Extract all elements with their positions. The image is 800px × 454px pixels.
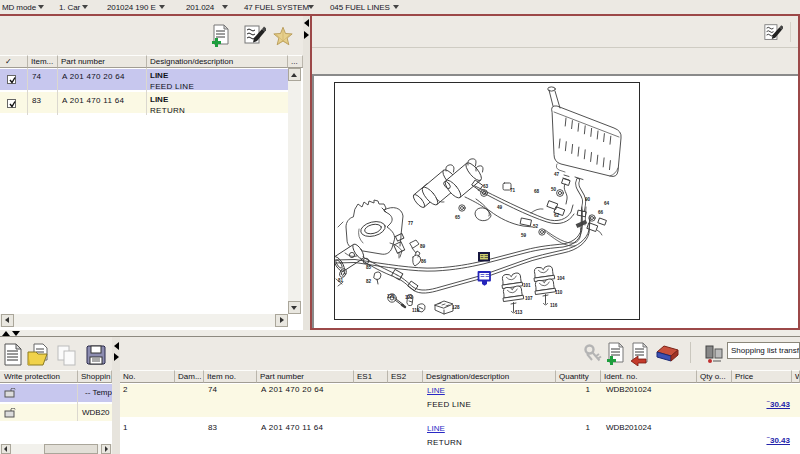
svg-text:101: 101 bbox=[523, 283, 531, 288]
svg-text:125: 125 bbox=[387, 294, 395, 299]
svg-text:113: 113 bbox=[515, 310, 523, 315]
svg-text:82: 82 bbox=[366, 279, 372, 284]
svg-text:119: 119 bbox=[412, 308, 420, 313]
svg-text:110: 110 bbox=[555, 290, 563, 295]
svg-text:81: 81 bbox=[338, 278, 344, 283]
svg-text:65: 65 bbox=[455, 215, 461, 220]
svg-text:49: 49 bbox=[497, 205, 503, 210]
svg-text:85: 85 bbox=[366, 265, 372, 270]
svg-text:77: 77 bbox=[408, 221, 414, 226]
svg-text:50: 50 bbox=[551, 187, 557, 192]
svg-text:89: 89 bbox=[420, 244, 426, 249]
svg-text:90: 90 bbox=[585, 197, 591, 202]
svg-text:86: 86 bbox=[421, 259, 427, 264]
svg-text:64: 64 bbox=[604, 201, 610, 206]
svg-text:128: 128 bbox=[452, 305, 460, 310]
svg-text:52: 52 bbox=[533, 224, 539, 229]
svg-text:116: 116 bbox=[550, 303, 558, 308]
svg-text:107: 107 bbox=[525, 296, 533, 301]
svg-text:59: 59 bbox=[521, 233, 527, 238]
svg-text:123: 123 bbox=[405, 295, 413, 300]
svg-text:68: 68 bbox=[534, 189, 540, 194]
svg-text:47: 47 bbox=[554, 172, 560, 177]
svg-text:62: 62 bbox=[554, 213, 560, 218]
svg-text:104: 104 bbox=[557, 276, 565, 281]
svg-text:63: 63 bbox=[483, 184, 489, 189]
svg-text:71: 71 bbox=[510, 188, 516, 193]
svg-text:66: 66 bbox=[598, 210, 604, 215]
